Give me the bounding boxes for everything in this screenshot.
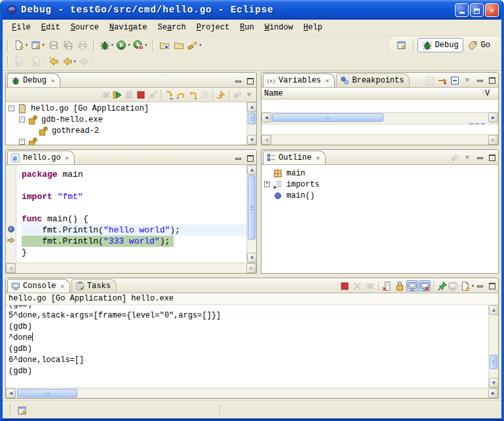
minimize-view-button[interactable] <box>475 75 485 85</box>
terminate-button[interactable] <box>339 280 351 291</box>
view-menu-button[interactable]: ▽ <box>461 75 473 86</box>
maximize-view-button[interactable] <box>487 281 497 291</box>
code-line[interactable] <box>22 202 246 213</box>
add-global-variables-button[interactable] <box>436 75 448 86</box>
dropdown-arrow-icon[interactable]: ▾ <box>111 42 114 48</box>
close-tab-icon[interactable]: ✕ <box>51 77 54 84</box>
tab-outline[interactable]: Outline ✕ <box>263 151 326 164</box>
variables-detail-pane[interactable] <box>262 125 498 134</box>
pin-console-button[interactable] <box>436 280 448 291</box>
tab-variables[interactable]: Variables ✕ <box>263 73 335 87</box>
view-menu-button[interactable]: ▽ <box>461 152 473 163</box>
horizontal-scrollbar[interactable]: ◀ ▶ <box>262 112 498 122</box>
dropdown-arrow-icon[interactable]: ▾ <box>73 58 77 64</box>
menu-window[interactable]: Window <box>260 21 298 34</box>
scroll-right-button[interactable]: ▶ <box>488 113 498 122</box>
menu-edit[interactable]: Edit <box>36 21 66 34</box>
breakpoint-marker[interactable] <box>7 225 16 234</box>
menu-project[interactable]: Project <box>191 21 235 34</box>
new-go-element-button[interactable]: ▾ <box>29 38 47 52</box>
scroll-lock-button[interactable] <box>394 280 406 291</box>
variables-tree-area[interactable] <box>262 100 498 112</box>
scrollbar-thumb[interactable] <box>17 389 77 397</box>
column-value[interactable]: V <box>485 89 495 98</box>
tab-debug[interactable]: Debug ✕ <box>7 73 60 87</box>
scroll-left-button[interactable]: ◀ <box>262 113 271 122</box>
scroll-up-button[interactable]: ▲ <box>247 102 257 112</box>
instruction-pointer-marker[interactable] <box>7 236 16 245</box>
dropdown-arrow-icon[interactable]: ▾ <box>127 42 130 48</box>
fast-view-button[interactable] <box>15 403 29 418</box>
toolbar-grip[interactable] <box>7 39 9 51</box>
tree-expander[interactable]: - <box>19 117 25 122</box>
dropdown-arrow-icon[interactable]: ▾ <box>471 283 475 289</box>
show-console-on-stderr-button[interactable] <box>419 280 431 291</box>
step-return-button[interactable] <box>187 89 199 100</box>
code-line[interactable]: } <box>22 247 246 258</box>
title-bar[interactable]: Debug - testGo/src/cmd/hello.go - Eclips… <box>3 0 501 20</box>
open-perspective-button[interactable] <box>395 38 409 52</box>
tree-expander[interactable]: - <box>9 105 14 111</box>
code-line[interactable]: import "fmt" <box>22 191 246 202</box>
show-console-on-stdout-button[interactable] <box>406 280 418 291</box>
resume-button[interactable] <box>111 89 123 100</box>
menu-search[interactable]: Search <box>152 21 191 34</box>
back-to-last-edit-button[interactable] <box>47 54 61 69</box>
code-line[interactable]: package main <box>22 169 246 180</box>
perspective-go-button[interactable]: Go <box>463 38 495 52</box>
tab-hello-go[interactable]: hello.go ✕ <box>7 151 75 164</box>
tab-tasks[interactable]: Tasks <box>71 279 117 293</box>
scrollbar-thumb[interactable] <box>248 113 256 124</box>
use-step-filters-button[interactable] <box>215 89 227 100</box>
editor-marker-ruler[interactable] <box>6 165 16 263</box>
dropdown-arrow-icon[interactable]: ▾ <box>144 42 147 48</box>
dropdown-arrow-icon[interactable]: ▾ <box>25 42 28 48</box>
detail-pane-sash[interactable] <box>262 122 498 125</box>
tree-item[interactable]: - <box>6 136 246 145</box>
vertical-scrollbar[interactable]: ▲ ▼ <box>246 102 256 145</box>
dropdown-arrow-icon[interactable]: ▾ <box>42 42 45 48</box>
minimize-view-button[interactable] <box>233 153 243 163</box>
scroll-up-button[interactable]: ▲ <box>247 165 257 175</box>
collapse-all-button[interactable] <box>449 75 461 86</box>
scrollbar-thumb[interactable] <box>248 175 256 240</box>
dropdown-arrow-icon[interactable]: ▾ <box>199 42 202 48</box>
column-name[interactable]: Name <box>264 89 485 98</box>
back-button[interactable]: ▾ <box>61 54 78 69</box>
column-divider[interactable] <box>483 89 484 98</box>
status-handle[interactable] <box>220 405 222 416</box>
menu-file[interactable]: File <box>7 21 36 34</box>
maximize-view-button[interactable] <box>487 75 497 85</box>
menu-navigate[interactable]: Navigate <box>104 21 153 34</box>
code-editor[interactable]: package main import "fmt" func main() { … <box>16 165 246 263</box>
code-line[interactable]: func main() { <box>22 213 246 225</box>
run-launch-button[interactable]: ▾ <box>115 38 132 52</box>
tree-item[interactable]: -hello.go [Go Application] <box>6 103 246 114</box>
minimize-view-button[interactable] <box>233 76 243 86</box>
scroll-down-button[interactable]: ▼ <box>247 253 257 263</box>
clear-console-button[interactable] <box>381 280 393 291</box>
close-tab-icon[interactable]: ✕ <box>326 77 329 84</box>
close-tab-icon[interactable]: ✕ <box>316 155 319 162</box>
code-line[interactable]: fmt.Println("333 world"); <box>22 236 246 247</box>
external-tools-button[interactable]: ▾ <box>132 38 149 52</box>
open-console-button[interactable]: ▾ <box>461 280 473 291</box>
toolbar-grip[interactable] <box>93 39 95 51</box>
open-resource-button[interactable] <box>172 38 186 52</box>
menu-run[interactable]: Run <box>235 21 260 34</box>
maximize-button[interactable] <box>470 3 484 17</box>
step-over-button[interactable] <box>175 89 187 100</box>
tab-console[interactable]: Console ✕ <box>7 279 70 293</box>
status-handle[interactable] <box>10 405 12 416</box>
scrollbar-thumb[interactable] <box>272 113 383 122</box>
tree-item[interactable]: main <box>262 168 498 179</box>
maximize-view-button[interactable] <box>245 153 255 163</box>
step-into-button[interactable] <box>163 89 175 100</box>
tree-item[interactable]: +imports <box>262 179 498 190</box>
menu-help[interactable]: Help <box>298 21 328 34</box>
console-output[interactable]: (gdb) 5^done,stack-args=[frame={level="0… <box>6 305 488 388</box>
minimize-view-button[interactable] <box>475 281 485 291</box>
scroll-right-button[interactable]: ▶ <box>488 388 498 398</box>
horizontal-scrollbar[interactable]: ◀ ▶ <box>6 388 498 398</box>
scroll-down-button[interactable]: ▼ <box>247 135 257 145</box>
